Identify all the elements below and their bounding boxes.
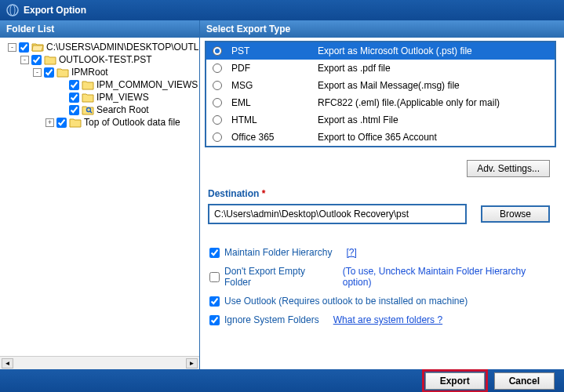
export-type-desc: Export as Mail Message(.msg) file — [318, 80, 460, 91]
horizontal-scrollbar[interactable]: ◄ ► — [0, 356, 199, 369]
tree-toggle[interactable]: - — [33, 68, 42, 77]
tree-label: OUTLOOK-TEST.PST — [59, 54, 152, 65]
tree-label: IPM_VIEWS — [96, 92, 149, 103]
tree-label: IPM_COMMON_VIEWS — [96, 79, 198, 90]
tree-checkbox[interactable] — [69, 93, 79, 103]
tree-node[interactable]: Search Root — [0, 103, 199, 116]
folder-icon — [56, 67, 69, 78]
option-label: Ignore System Folders — [224, 314, 319, 325]
folder-open-icon — [31, 42, 44, 53]
option-checkbox[interactable] — [209, 248, 220, 258]
option-row: Ignore System FoldersWhat are system fol… — [209, 310, 555, 329]
tree-toggle[interactable]: - — [8, 43, 16, 52]
tree-node[interactable]: -OUTLOOK-TEST.PST — [0, 53, 199, 66]
tree-node[interactable]: -C:\USERS\ADMIN\DESKTOP\OUTL — [0, 41, 199, 53]
tree-checkbox[interactable] — [31, 55, 42, 65]
export-type-desc: Export as .html File — [318, 114, 398, 125]
option-label: Use Outlook (Requires outlook to be inst… — [224, 296, 468, 307]
export-button[interactable]: Export — [425, 372, 485, 390]
tree-checkbox[interactable] — [44, 67, 54, 78]
browse-button[interactable]: Browse — [481, 205, 550, 223]
export-type-desc: Export to Office 365 Account — [318, 132, 437, 143]
export-options: Maintain Folder Hierarchy[?]Don't Export… — [200, 243, 564, 332]
svg-point-0 — [7, 5, 18, 16]
tree-checkbox[interactable] — [69, 105, 79, 115]
export-type-name: PST — [231, 45, 318, 56]
export-type-name: Office 365 — [231, 132, 318, 143]
option-row: Maintain Folder Hierarchy[?] — [209, 243, 555, 262]
tree-node[interactable]: IPM_COMMON_VIEWS — [0, 78, 199, 91]
export-type-desc: Export as .pdf file — [318, 63, 391, 74]
export-type-name: MSG — [231, 80, 318, 91]
radio-icon[interactable] — [213, 64, 222, 73]
svg-point-1 — [10, 5, 15, 16]
titlebar: Export Option — [0, 0, 564, 20]
export-type-msg[interactable]: MSGExport as Mail Message(.msg) file — [206, 77, 555, 94]
option-label: Maintain Folder Hierarchy — [224, 247, 332, 258]
export-type-desc: Export as Microsoft Outlook (.pst) file — [318, 45, 472, 56]
folder-icon — [44, 54, 56, 65]
export-type-name: PDF — [231, 63, 318, 74]
radio-icon[interactable] — [213, 115, 222, 125]
option-checkbox[interactable] — [209, 296, 220, 307]
option-label: Don't Export Empty Folder — [224, 266, 333, 288]
export-type-pst[interactable]: PSTExport as Microsoft Outlook (.pst) fi… — [206, 42, 555, 60]
option-link[interactable]: [?] — [346, 247, 356, 258]
tree-label: Search Root — [96, 104, 149, 115]
tree-node[interactable]: +Top of Outlook data file — [0, 116, 199, 129]
option-hint: (To use, Uncheck Maintain Folder Hierarc… — [343, 266, 555, 288]
option-checkbox[interactable] — [209, 315, 220, 325]
tree-toggle[interactable]: + — [45, 118, 54, 127]
export-type-list: PSTExport as Microsoft Outlook (.pst) fi… — [205, 41, 556, 147]
tree-checkbox[interactable] — [56, 118, 67, 128]
option-row: Don't Export Empty Folder(To use, Unchec… — [209, 262, 555, 292]
destination-input[interactable] — [208, 204, 467, 224]
destination-label: Destination * — [200, 185, 564, 204]
folder-icon — [69, 117, 82, 128]
radio-icon[interactable] — [213, 132, 222, 142]
folder-icon — [82, 79, 94, 90]
scroll-right-button[interactable]: ► — [186, 358, 198, 368]
option-checkbox[interactable] — [209, 272, 220, 282]
tree-node[interactable]: -IPMRoot — [0, 66, 199, 78]
export-type-desc: RFC822 (.eml) file.(Applicable only for … — [318, 97, 500, 108]
export-type-office-365[interactable]: Office 365Export to Office 365 Account — [206, 129, 555, 146]
export-type-name: HTML — [231, 114, 318, 125]
tree-node[interactable]: IPM_VIEWS — [0, 91, 199, 103]
scroll-left-button[interactable]: ◄ — [2, 358, 13, 368]
search-icon — [82, 104, 94, 115]
option-link[interactable]: What are system folders ? — [333, 314, 442, 325]
cancel-button[interactable]: Cancel — [494, 372, 555, 390]
tree-label: IPMRoot — [71, 67, 108, 78]
export-type-html[interactable]: HTMLExport as .html File — [206, 111, 555, 129]
folder-icon — [82, 92, 94, 103]
tree-checkbox[interactable] — [19, 42, 29, 53]
tree-label: C:\USERS\ADMIN\DESKTOP\OUTL — [46, 42, 198, 53]
folder-list-header: Folder List — [0, 20, 199, 38]
radio-icon[interactable] — [213, 46, 222, 56]
app-icon — [6, 4, 19, 16]
folder-tree[interactable]: -C:\USERS\ADMIN\DESKTOP\OUTL-OUTLOOK-TES… — [0, 38, 199, 356]
option-row: Use Outlook (Requires outlook to be inst… — [209, 292, 555, 310]
bottom-bar: Export Cancel — [0, 369, 564, 392]
export-type-eml[interactable]: EMLRFC822 (.eml) file.(Applicable only f… — [206, 94, 555, 111]
tree-label: Top of Outlook data file — [84, 117, 180, 128]
window-title: Export Option — [24, 5, 86, 16]
radio-icon[interactable] — [213, 81, 222, 90]
export-type-header: Select Export Type — [200, 20, 564, 38]
export-type-name: EML — [231, 97, 318, 108]
folder-sidebar: Folder List -C:\USERS\ADMIN\DESKTOP\OUTL… — [0, 20, 200, 369]
tree-toggle[interactable]: - — [20, 56, 29, 64]
tree-checkbox[interactable] — [69, 80, 79, 90]
export-type-pdf[interactable]: PDFExport as .pdf file — [206, 60, 555, 77]
adv-settings-button[interactable]: Adv. Settings... — [467, 160, 550, 177]
radio-icon[interactable] — [213, 98, 222, 107]
